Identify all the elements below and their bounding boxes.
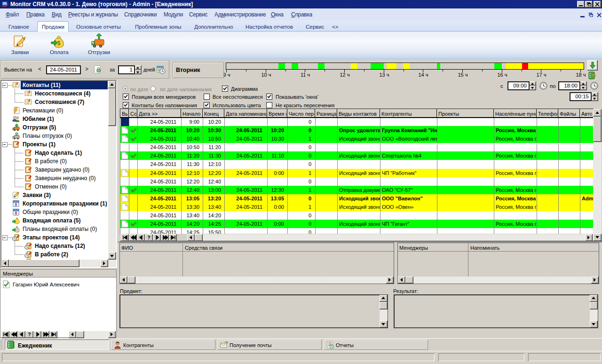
- svg-text:$: $: [57, 40, 61, 47]
- svg-text:8: 8: [15, 202, 17, 207]
- svg-text:8: 8: [15, 211, 17, 215]
